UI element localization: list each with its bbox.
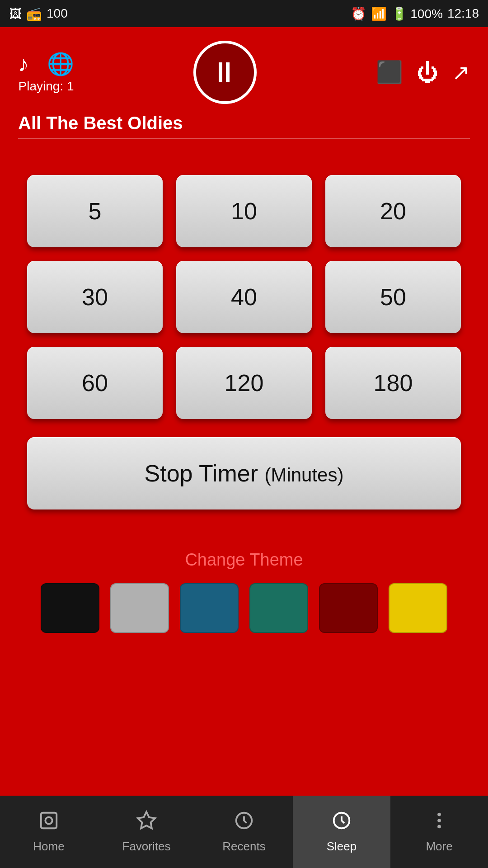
time-display: 12:18 [447,6,479,21]
bottom-nav: Home Favorites Recents Sleep [0,796,488,868]
status-bar: 🖼 📻 100 ⏰ 📶 🔋 100% 12:18 [0,0,488,27]
status-right: ⏰ 📶 🔋 100% 12:18 [351,6,479,21]
svg-point-5 [437,813,441,816]
photo-icon: 🖼 [9,6,22,21]
nav-sleep-label: Sleep [327,840,357,854]
nav-favorites-label: Favorites [122,840,171,854]
theme-swatch-black[interactable] [41,583,99,633]
nav-sleep[interactable]: Sleep [293,796,390,868]
stop-timer-label: Stop Timer (Minutes) [145,460,344,486]
theme-swatch-yellow[interactable] [389,583,447,633]
header: ♪ 🌐 Playing: 1 ⏸ ⬛ ⏻ ↗ All The Best Oldi… [0,27,488,148]
sleep-icon [331,810,352,836]
theme-swatch-dark-teal[interactable] [249,583,308,633]
timer-20[interactable]: 20 [325,175,461,247]
stop-icon[interactable]: ⬛ [376,60,403,85]
alarm-icon: ⏰ [351,6,366,21]
music-icon[interactable]: ♪ [18,52,29,77]
more-icon [429,810,450,836]
nav-home[interactable]: Home [0,796,98,868]
signal-strength: 100 [47,6,68,21]
svg-marker-2 [138,812,155,828]
battery-icon: 🔋 100% [391,6,443,21]
nav-favorites[interactable]: Favorites [98,796,195,868]
theme-swatch-teal-blue[interactable] [180,583,239,633]
header-left-icons: ♪ 🌐 [18,52,74,77]
favorites-icon [136,810,157,836]
station-title: All The Best Oldies [18,113,470,133]
timer-10[interactable]: 10 [176,175,312,247]
timer-60[interactable]: 60 [27,347,163,419]
timer-5[interactable]: 5 [27,175,163,247]
nav-recents-label: Recents [222,840,265,854]
nav-more[interactable]: More [390,796,488,868]
radio-icon: 📻 [26,6,42,21]
svg-point-1 [45,817,52,824]
status-left: 🖼 📻 100 [9,6,68,21]
header-controls: ♪ 🌐 Playing: 1 ⏸ ⬛ ⏻ ↗ [18,41,470,104]
power-icon[interactable]: ⏻ [417,60,438,85]
svg-point-7 [437,825,441,829]
pause-icon: ⏸ [210,56,240,89]
nav-more-label: More [426,840,452,854]
header-left: ♪ 🌐 Playing: 1 [18,52,74,94]
timer-50[interactable]: 50 [325,261,461,333]
header-divider [18,138,470,139]
timer-30[interactable]: 30 [27,261,163,333]
nav-recents[interactable]: Recents [195,796,293,868]
svg-rect-0 [41,813,57,829]
theme-title: Change Theme [27,550,461,570]
timer-grid: 5 10 20 30 40 50 60 120 180 [27,175,461,419]
playing-label: Playing: 1 [19,79,74,94]
share-icon[interactable]: ↗ [452,60,470,85]
timer-180[interactable]: 180 [325,347,461,419]
nav-home-label: Home [33,840,64,854]
wifi-icon: 📶 [371,6,387,21]
theme-section: Change Theme [0,550,488,633]
globe-icon[interactable]: 🌐 [47,52,74,77]
recents-icon [234,810,254,836]
home-icon [38,810,59,836]
timer-120[interactable]: 120 [176,347,312,419]
theme-swatch-gray[interactable] [110,583,169,633]
timer-40[interactable]: 40 [176,261,312,333]
svg-point-6 [437,819,441,822]
header-right: ⬛ ⏻ ↗ [376,60,470,85]
pause-button[interactable]: ⏸ [193,41,257,104]
timer-section: 5 10 20 30 40 50 60 120 180 Stop Timer (… [0,148,488,550]
theme-swatch-dark-red[interactable] [319,583,378,633]
theme-swatches [27,583,461,633]
stop-timer-button[interactable]: Stop Timer (Minutes) [27,437,461,509]
